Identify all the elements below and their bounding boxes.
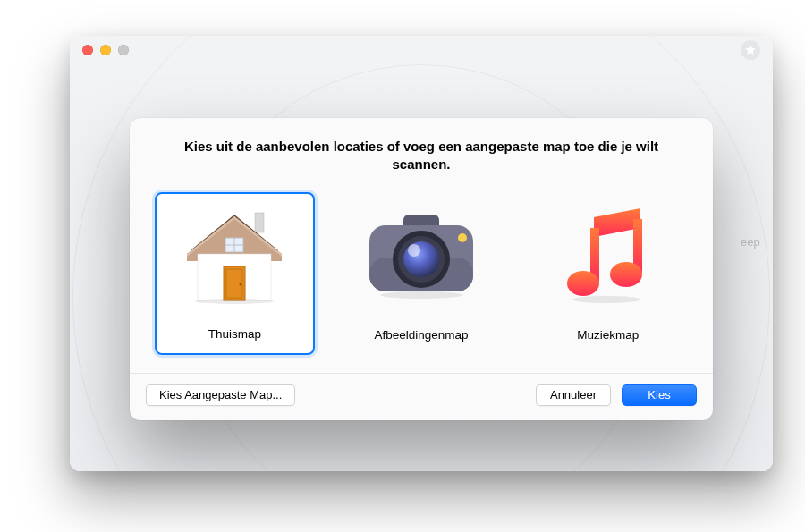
option-images-label: Afbeeldingenmap	[374, 328, 468, 342]
option-music-label: Muziekmap	[577, 328, 639, 342]
music-icon	[564, 207, 653, 305]
svg-point-20	[408, 244, 420, 257]
choose-custom-folder-button[interactable]: Kies Aangepaste Map...	[146, 384, 295, 406]
favorites-badge[interactable]	[741, 40, 760, 60]
sheet-title: Kies uit de aanbevolen locaties of voeg …	[130, 118, 713, 187]
svg-point-21	[380, 291, 462, 299]
svg-point-26	[572, 296, 640, 303]
svg-rect-9	[224, 266, 245, 300]
star-icon	[744, 44, 757, 56]
camera-icon	[364, 211, 479, 300]
cancel-button[interactable]: Annuleer	[536, 384, 611, 406]
svg-rect-0	[255, 213, 264, 232]
choose-location-sheet: Kies uit de aanbevolen locaties of voeg …	[130, 118, 713, 420]
choose-button[interactable]: Kies	[622, 384, 697, 406]
location-options: Thuismap	[130, 187, 713, 373]
app-window: eep Kies uit de aanbevolen locaties of v…	[70, 36, 773, 471]
option-images-folder[interactable]: Afbeeldingenmap	[342, 192, 502, 355]
option-home-label: Thuismap	[208, 327, 261, 341]
house-icon	[182, 207, 287, 304]
svg-point-11	[240, 283, 242, 286]
background-partial-label: eep	[741, 235, 760, 249]
option-home-folder[interactable]: Thuismap	[155, 192, 315, 355]
sheet-button-bar: Kies Aangepaste Map... Annuleer Kies	[130, 374, 713, 420]
option-music-folder[interactable]: Muziekmap	[528, 192, 688, 355]
close-window-button[interactable]	[82, 45, 93, 55]
minimize-window-button[interactable]	[100, 45, 111, 55]
svg-point-12	[195, 299, 274, 304]
titlebar	[70, 36, 773, 64]
svg-point-19	[403, 241, 439, 277]
svg-point-25	[610, 262, 642, 287]
svg-point-24	[567, 271, 599, 296]
svg-point-16	[458, 233, 467, 242]
zoom-window-button[interactable]	[118, 45, 129, 55]
